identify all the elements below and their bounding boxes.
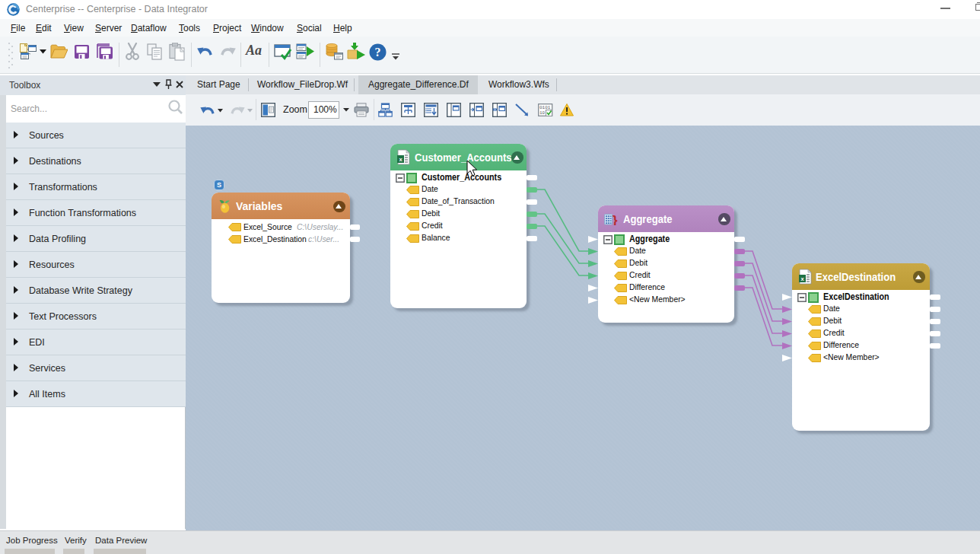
svg-text:10: 10 [539, 110, 546, 116]
svg-text:?: ? [375, 46, 381, 59]
svg-text:}: } [612, 214, 618, 225]
svg-text:0101: 0101 [539, 105, 551, 110]
